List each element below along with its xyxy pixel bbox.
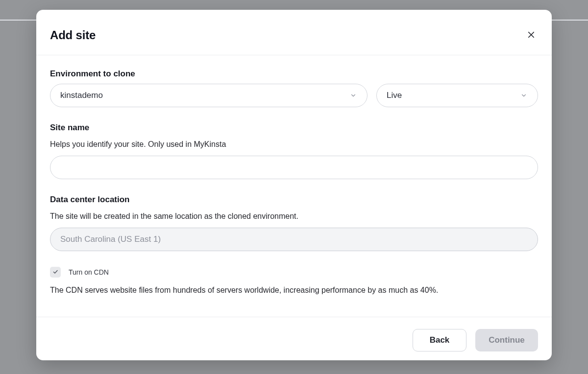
- dcl-readonly-value: South Carolina (US East 1): [50, 228, 538, 251]
- continue-button-label: Continue: [489, 335, 525, 345]
- modal-title: Add site: [50, 28, 96, 42]
- site-name-helper: Helps you identify your site. Only used …: [50, 138, 538, 151]
- env-label: Environment to clone: [50, 69, 538, 79]
- site-name-input[interactable]: [50, 156, 538, 179]
- cdn-label: Turn on CDN: [69, 268, 109, 276]
- cdn-description: The CDN serves website files from hundre…: [50, 283, 538, 297]
- dcl-helper: The site will be created in the same loc…: [50, 210, 538, 223]
- cdn-checkbox[interactable]: [50, 267, 61, 278]
- dcl-label: Data center location: [50, 195, 538, 205]
- back-button-label: Back: [430, 335, 450, 345]
- environment-select-value: Live: [387, 91, 402, 100]
- data-center-section: Data center location The site will be cr…: [50, 195, 538, 251]
- modal-header: Add site: [36, 10, 552, 55]
- close-button[interactable]: [524, 28, 538, 42]
- site-select[interactable]: kinstademo: [50, 84, 368, 107]
- chevron-down-icon: [349, 92, 357, 99]
- close-icon: [527, 30, 536, 41]
- continue-button[interactable]: Continue: [475, 329, 538, 351]
- chevron-down-icon: [520, 92, 528, 99]
- check-icon: [52, 268, 58, 277]
- back-button[interactable]: Back: [413, 329, 466, 351]
- cdn-section: Turn on CDN The CDN serves website files…: [50, 267, 538, 297]
- cdn-toggle-row: Turn on CDN: [50, 267, 538, 278]
- site-select-value: kinstademo: [60, 91, 103, 100]
- environment-select[interactable]: Live: [376, 84, 538, 107]
- environment-section: Environment to clone kinstademo Live: [50, 69, 538, 107]
- modal-footer: Back Continue: [36, 317, 552, 360]
- env-row: kinstademo Live: [50, 84, 538, 107]
- site-name-label: Site name: [50, 123, 538, 133]
- modal-body: Environment to clone kinstademo Live: [36, 55, 552, 317]
- add-site-modal: Add site Environment to clone kinstademo: [36, 10, 552, 360]
- site-name-section: Site name Helps you identify your site. …: [50, 123, 538, 179]
